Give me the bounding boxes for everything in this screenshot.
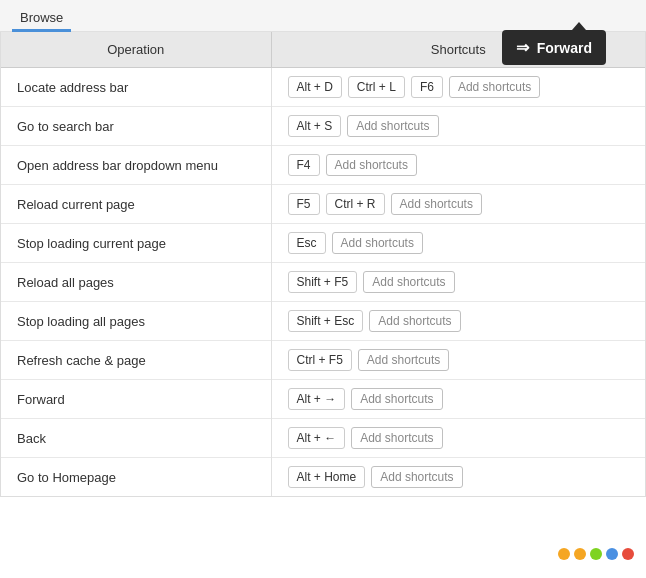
operation-cell: Reload all pages (1, 263, 271, 302)
add-shortcut-button[interactable]: Add shortcuts (351, 388, 442, 410)
watermark-dot (606, 548, 618, 560)
table-row: Locate address barAlt + DCtrl + LF6Add s… (1, 68, 645, 107)
shortcuts-cell-container: Alt + DCtrl + LF6Add shortcuts (271, 68, 645, 107)
key-badge: F6 (411, 76, 443, 98)
shortcuts-cell-container: Alt + →Add shortcuts (271, 380, 645, 419)
shortcuts-cell-container: Alt + ←Add shortcuts (271, 419, 645, 458)
operation-cell: Open address bar dropdown menu (1, 146, 271, 185)
shortcuts-table: Operation Shortcuts Locate address barAl… (1, 32, 645, 496)
key-badge: F4 (288, 154, 320, 176)
key-badge: Ctrl + R (326, 193, 385, 215)
watermark-dot (590, 548, 602, 560)
add-shortcut-button[interactable]: Add shortcuts (449, 76, 540, 98)
table-row: Refresh cache & pageCtrl + F5Add shortcu… (1, 341, 645, 380)
watermark-dots (558, 548, 634, 560)
operation-cell: Refresh cache & page (1, 341, 271, 380)
table-row: Stop loading all pagesShift + EscAdd sho… (1, 302, 645, 341)
operation-cell: Go to Homepage (1, 458, 271, 497)
key-badge: Shift + Esc (288, 310, 364, 332)
table-row: ForwardAlt + →Add shortcuts (1, 380, 645, 419)
col-operation-header: Operation (1, 32, 271, 68)
shortcuts-cell-container: EscAdd shortcuts (271, 224, 645, 263)
table-row: Reload all pagesShift + F5Add shortcuts (1, 263, 645, 302)
table-row: Reload current pageF5Ctrl + RAdd shortcu… (1, 185, 645, 224)
add-shortcut-button[interactable]: Add shortcuts (391, 193, 482, 215)
key-badge: Ctrl + L (348, 76, 405, 98)
table-row: Stop loading current pageEscAdd shortcut… (1, 224, 645, 263)
add-shortcut-button[interactable]: Add shortcuts (332, 232, 423, 254)
operation-cell: Back (1, 419, 271, 458)
shortcuts-cell-container: Alt + SAdd shortcuts (271, 107, 645, 146)
operation-cell: Reload current page (1, 185, 271, 224)
top-bar: Browse (0, 0, 646, 32)
key-badge: Alt + S (288, 115, 342, 137)
add-shortcut-button[interactable]: Add shortcuts (369, 310, 460, 332)
operation-cell: Locate address bar (1, 68, 271, 107)
shortcuts-table-container: Operation Shortcuts Locate address barAl… (0, 32, 646, 497)
shortcuts-cell-container: F4Add shortcuts (271, 146, 645, 185)
shortcuts-cell: Alt + SAdd shortcuts (288, 115, 630, 137)
add-shortcut-button[interactable]: Add shortcuts (326, 154, 417, 176)
table-row: Go to HomepageAlt + HomeAdd shortcuts (1, 458, 645, 497)
key-badge: Shift + F5 (288, 271, 358, 293)
add-shortcut-button[interactable]: Add shortcuts (347, 115, 438, 137)
shortcuts-cell-container: Alt + HomeAdd shortcuts (271, 458, 645, 497)
table-row: Open address bar dropdown menuF4Add shor… (1, 146, 645, 185)
key-badge: Alt + D (288, 76, 342, 98)
shortcuts-cell: EscAdd shortcuts (288, 232, 630, 254)
key-badge: Esc (288, 232, 326, 254)
shortcuts-cell: Shift + F5Add shortcuts (288, 271, 630, 293)
operation-cell: Forward (1, 380, 271, 419)
shortcuts-cell: Alt + ←Add shortcuts (288, 427, 630, 449)
add-shortcut-button[interactable]: Add shortcuts (358, 349, 449, 371)
table-row: Go to search barAlt + SAdd shortcuts (1, 107, 645, 146)
add-shortcut-button[interactable]: Add shortcuts (351, 427, 442, 449)
watermark-dot (574, 548, 586, 560)
shortcuts-cell: Alt + →Add shortcuts (288, 388, 630, 410)
shortcuts-cell: Alt + DCtrl + LF6Add shortcuts (288, 76, 630, 98)
forward-tooltip: ⇒ Forward (502, 30, 606, 65)
browse-tab[interactable]: Browse (12, 6, 71, 32)
watermark-dot (558, 548, 570, 560)
key-badge: Alt + Home (288, 466, 366, 488)
operation-cell: Stop loading all pages (1, 302, 271, 341)
shortcuts-cell: Ctrl + F5Add shortcuts (288, 349, 630, 371)
operation-cell: Stop loading current page (1, 224, 271, 263)
shortcuts-cell-container: Ctrl + F5Add shortcuts (271, 341, 645, 380)
table-row: BackAlt + ←Add shortcuts (1, 419, 645, 458)
tooltip-label: Forward (537, 40, 592, 56)
watermark-dot (622, 548, 634, 560)
shortcuts-cell: F4Add shortcuts (288, 154, 630, 176)
shortcuts-cell-container: Shift + EscAdd shortcuts (271, 302, 645, 341)
forward-icon: ⇒ (516, 38, 529, 57)
key-badge: Alt + → (288, 388, 346, 410)
key-badge: Alt + ← (288, 427, 346, 449)
shortcuts-cell-container: Shift + F5Add shortcuts (271, 263, 645, 302)
add-shortcut-button[interactable]: Add shortcuts (371, 466, 462, 488)
shortcuts-cell: F5Ctrl + RAdd shortcuts (288, 193, 630, 215)
shortcuts-cell: Shift + EscAdd shortcuts (288, 310, 630, 332)
operation-cell: Go to search bar (1, 107, 271, 146)
shortcuts-cell: Alt + HomeAdd shortcuts (288, 466, 630, 488)
key-badge: F5 (288, 193, 320, 215)
key-badge: Ctrl + F5 (288, 349, 352, 371)
shortcuts-cell-container: F5Ctrl + RAdd shortcuts (271, 185, 645, 224)
add-shortcut-button[interactable]: Add shortcuts (363, 271, 454, 293)
